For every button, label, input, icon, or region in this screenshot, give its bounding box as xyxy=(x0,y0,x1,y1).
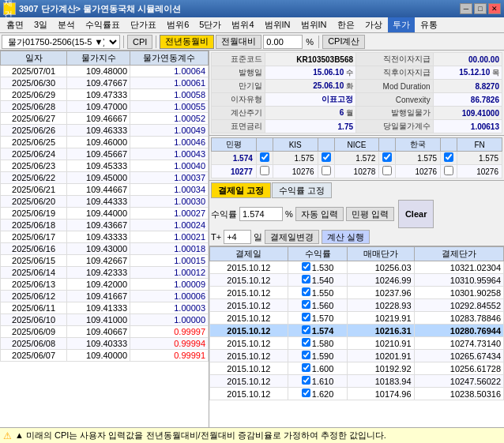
result-row[interactable]: 2015.10.12 1.560 10228.93 10292.84552 xyxy=(210,299,504,312)
table-row[interactable]: 2025/06/21 109.44667 1.00034 xyxy=(1,184,209,196)
menu-virtual[interactable]: 가상 xyxy=(360,17,387,32)
table-row[interactable]: 2025/06/14 109.42333 1.00012 xyxy=(1,267,209,279)
tab-settle-fixed[interactable]: 결제일 고정 xyxy=(211,182,271,198)
prev-month-button[interactable]: 전월대비 xyxy=(216,35,261,49)
res-yield-chk[interactable]: 1.570 xyxy=(288,312,348,325)
menu-range4[interactable]: 범위4 xyxy=(227,17,258,32)
fn-check[interactable] xyxy=(441,165,457,178)
menu-distribution[interactable]: 유통 xyxy=(416,17,442,32)
res-yield-chk[interactable]: 1.560 xyxy=(288,299,348,312)
menu-home[interactable]: 홈면 xyxy=(2,17,28,32)
result-row[interactable]: 2015.10.12 1.540 10246.99 10310.95964 xyxy=(210,274,504,287)
cell-date: 2025/06/26 xyxy=(1,125,67,137)
table-row[interactable]: 2025/06/23 109.45333 1.00040 xyxy=(1,160,209,172)
tplus-row: T+ 일 결제일변경 계산 실행 xyxy=(211,230,502,244)
nice-check[interactable] xyxy=(318,165,334,178)
nice-check[interactable] xyxy=(318,152,334,165)
close-button[interactable]: ✕ xyxy=(488,3,501,14)
menu-rangein2[interactable]: 범위IN xyxy=(296,17,332,32)
res-yield-chk[interactable]: 1.540 xyxy=(288,274,348,287)
minimize-button[interactable]: ─ xyxy=(460,3,472,14)
cpi-table-container[interactable]: 일자 물가지수 물가연동계수 2025/07/01 109.48000 1.00… xyxy=(0,51,209,427)
calc-run-button[interactable]: 계산 실행 xyxy=(322,230,370,244)
table-row[interactable]: 2025/06/20 109.44333 1.00030 xyxy=(1,196,209,208)
table-row[interactable]: 2025/06/19 109.44000 1.00027 xyxy=(1,208,209,220)
res-date: 2015.10.12 xyxy=(210,375,288,388)
minpyung-input-button[interactable]: 민평 입력 xyxy=(346,207,394,221)
settle-change-button[interactable]: 결제일변경 xyxy=(265,230,319,244)
tplus-input[interactable] xyxy=(224,230,251,244)
table-row[interactable]: 2025/06/07 109.40000 0.99991 xyxy=(1,350,209,362)
result-row[interactable]: 2015.10.12 1.570 10219.91 10283.78846 xyxy=(210,312,504,325)
tab-yield-fixed[interactable]: 수익률 고정 xyxy=(272,182,332,198)
table-row[interactable]: 2025/06/13 109.42000 1.00009 xyxy=(1,279,209,291)
table-row[interactable]: 2025/06/18 109.43667 1.00024 xyxy=(1,220,209,231)
table-row[interactable]: 2025/06/27 109.46667 1.00052 xyxy=(1,113,209,125)
table-row[interactable]: 2025/06/25 109.46000 1.00046 xyxy=(1,137,209,148)
res-yield-chk[interactable]: 1.574 xyxy=(288,325,348,337)
menu-rangein1[interactable]: 범위IN xyxy=(260,17,295,32)
result-table-container[interactable]: 결제일 수익률 매매단가 결제단가 2015.10.12 1.530 10256… xyxy=(209,246,504,427)
table-row[interactable]: 2025/06/16 109.43000 1.00018 xyxy=(1,243,209,255)
rate-input[interactable] xyxy=(263,35,303,49)
cell-coef: 1.00046 xyxy=(130,137,209,148)
maximize-button[interactable]: □ xyxy=(474,3,487,14)
menu-range6[interactable]: 범위6 xyxy=(162,17,194,32)
table-row[interactable]: 2025/06/30 109.47667 1.00061 xyxy=(1,77,209,89)
clear-button[interactable]: Clear xyxy=(398,200,434,228)
menu-analysis[interactable]: 분석 xyxy=(53,17,80,32)
res-yield-chk[interactable]: 1.530 xyxy=(288,261,348,274)
table-row[interactable]: 2025/06/10 109.41000 1.00000 xyxy=(1,314,209,326)
table-row[interactable]: 2025/06/11 109.41333 1.00003 xyxy=(1,302,209,314)
res-yield-chk[interactable]: 1.580 xyxy=(288,337,348,350)
cell-date: 2025/06/20 xyxy=(1,196,67,208)
table-row[interactable]: 2025/06/08 109.40333 0.99994 xyxy=(1,338,209,350)
table-row[interactable]: 2025/06/28 109.47000 1.00055 xyxy=(1,101,209,113)
fn-check[interactable] xyxy=(441,152,457,165)
result-row[interactable]: 2015.10.12 1.590 10201.91 10265.67434 xyxy=(210,350,504,362)
menu-investment[interactable]: 투가 xyxy=(388,17,415,32)
result-row[interactable]: 2015.10.12 1.580 10210.91 10274.73140 xyxy=(210,337,504,350)
table-row[interactable]: 2025/06/09 109.40667 0.99997 xyxy=(1,326,209,338)
result-row[interactable]: 2015.10.12 1.610 10183.94 10247.56022 xyxy=(210,375,504,388)
cell-date: 2025/06/18 xyxy=(1,220,67,231)
korea-check[interactable] xyxy=(379,165,396,178)
result-row[interactable]: 2015.10.12 1.530 10256.03 10321.02304 xyxy=(210,261,504,274)
menu-5price[interactable]: 5단가 xyxy=(194,17,226,32)
table-row[interactable]: 2025/06/22 109.45000 1.00037 xyxy=(1,172,209,184)
table-row[interactable]: 2025/06/17 109.43333 1.00021 xyxy=(1,231,209,243)
table-row[interactable]: 2025/06/12 109.41667 1.00006 xyxy=(1,291,209,302)
kis-check[interactable] xyxy=(256,165,273,178)
prev-year-month-button[interactable]: 전년동월비 xyxy=(160,35,214,49)
label-coupon: 표면금리 xyxy=(212,120,265,133)
bond-selector[interactable]: 물가01750-2506(15-5 ▼) xyxy=(2,35,120,49)
table-row[interactable]: 2025/06/29 109.47333 1.00058 xyxy=(1,89,209,101)
minpyung-table: 민평 KIS NICE 한국 FN 1.574 1.575 xyxy=(211,137,502,178)
result-row[interactable]: 2015.10.12 1.574 10216.31 10280.76944 xyxy=(210,325,504,337)
res-yield-chk[interactable]: 1.620 xyxy=(288,388,348,400)
table-row[interactable]: 2025/07/01 109.48000 1.00064 xyxy=(1,66,209,77)
menu-3day[interactable]: 3일 xyxy=(29,17,52,32)
cell-date: 2025/06/21 xyxy=(1,184,67,196)
korea-check[interactable] xyxy=(379,152,396,165)
res-yield-chk[interactable]: 1.590 xyxy=(288,350,348,362)
res-yield-chk[interactable]: 1.550 xyxy=(288,287,348,299)
kis-check[interactable] xyxy=(256,152,273,165)
res-yield-chk[interactable]: 1.610 xyxy=(288,375,348,388)
menu-hanun[interactable]: 한은 xyxy=(333,17,359,32)
cell-cpi: 109.41667 xyxy=(67,291,130,302)
menu-price-table[interactable]: 단가표 xyxy=(126,17,161,32)
auto-input-button[interactable]: 자동 입력 xyxy=(295,207,344,221)
cpi-button[interactable]: CPI xyxy=(127,35,152,49)
table-row[interactable]: 2025/06/24 109.45667 1.00043 xyxy=(1,148,209,160)
table-row[interactable]: 2025/06/26 109.46333 1.00049 xyxy=(1,125,209,137)
result-row[interactable]: 2015.10.12 1.550 10237.96 10301.90258 xyxy=(210,287,504,299)
cell-coef: 1.00064 xyxy=(130,66,209,77)
res-yield-chk[interactable]: 1.600 xyxy=(288,362,348,375)
cpi-calc-button[interactable]: CPI계산 xyxy=(322,35,365,49)
result-row[interactable]: 2015.10.12 1.600 10192.92 10256.61728 xyxy=(210,362,504,375)
yield-input[interactable] xyxy=(239,207,283,221)
table-row[interactable]: 2025/06/15 109.42667 1.00015 xyxy=(1,255,209,267)
result-row[interactable]: 2015.10.12 1.620 10174.96 10238.50316 xyxy=(210,388,504,400)
menu-yield-table[interactable]: 수익률표 xyxy=(81,17,125,32)
